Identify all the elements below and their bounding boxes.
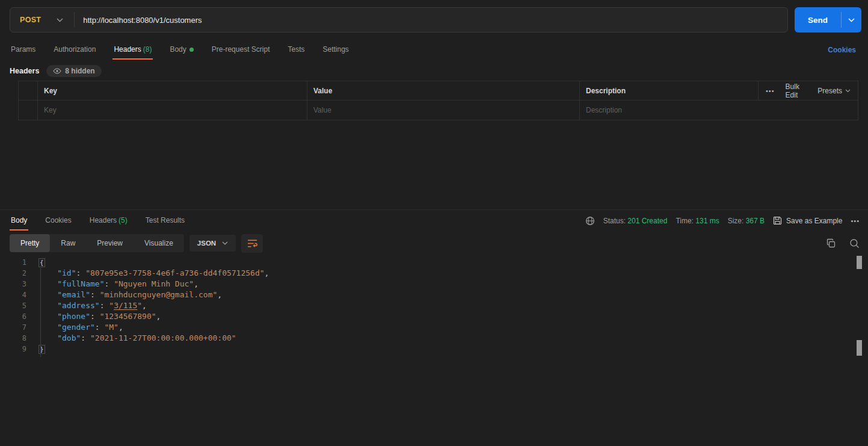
line-number: 7 <box>0 322 26 333</box>
send-button[interactable]: Send <box>795 7 861 33</box>
view-visualize[interactable]: Visualize <box>134 234 184 252</box>
description-input[interactable] <box>586 106 852 114</box>
response-toolbar: Pretty Raw Preview Visualize JSON <box>0 231 868 255</box>
row-select-cell[interactable] <box>19 101 38 120</box>
tab-params[interactable]: Params <box>10 40 37 60</box>
column-header-description: Description <box>580 81 759 100</box>
response-meta: Status: 201 Created Time: 131 ms Size: 3… <box>585 216 860 226</box>
code-token-punc: , <box>194 279 199 288</box>
code-token-brace: } <box>38 345 45 354</box>
tab-settings[interactable]: Settings <box>322 40 350 60</box>
headers-section-bar: Headers 8 hidden <box>0 60 868 81</box>
code-token-str: " <box>137 301 142 310</box>
code-token-punc: , <box>265 268 269 277</box>
code-token-str: "1234567890" <box>100 312 156 321</box>
code-line: 4"email": "minhducnguyen@gmail.com", <box>0 290 868 300</box>
key-input[interactable] <box>44 106 301 114</box>
code-token-str: "2021-11-27T00:00:00.000+00:00" <box>90 333 236 342</box>
format-dropdown[interactable]: JSON <box>189 235 236 252</box>
line-number: 8 <box>0 333 26 344</box>
send-options-button[interactable] <box>842 7 861 33</box>
status-badge[interactable]: Status: 201 Created <box>603 217 668 225</box>
bulk-edit-button[interactable]: Bulk Edit <box>786 82 807 99</box>
tab-authorization[interactable]: Authorization <box>52 40 97 60</box>
size-badge[interactable]: Size: 367 B <box>728 217 765 225</box>
tab-pre-request-script[interactable]: Pre-request Script <box>211 40 271 60</box>
code-token-punc: : <box>100 301 109 310</box>
save-as-example-button[interactable]: Save as Example <box>773 216 842 225</box>
url-input[interactable] <box>75 16 787 25</box>
code-line: 9} <box>0 344 868 355</box>
code-token-key: "id" <box>57 268 76 277</box>
view-preview[interactable]: Preview <box>86 234 134 252</box>
column-header-value: Value <box>307 81 580 100</box>
send-button-label[interactable]: Send <box>795 7 841 33</box>
body-filled-dot <box>189 48 194 52</box>
code-line: 8"dob": "2021-11-27T00:00:00.000+00:00" <box>0 333 868 344</box>
code-line: 3"fullName": "Nguyen Minh Duc", <box>0 279 868 290</box>
code-token-str: "minhducnguyen@gmail.com" <box>100 290 218 299</box>
tab-headers[interactable]: Headers(8) <box>112 40 153 60</box>
line-number: 3 <box>0 279 26 290</box>
code-token-punc: , <box>142 301 147 310</box>
more-actions-icon[interactable]: ••• <box>766 87 775 94</box>
code-line: 5"address": "3/115", <box>0 300 868 311</box>
globe-icon[interactable] <box>585 216 595 226</box>
response-tool-icons <box>826 238 860 249</box>
response-panel: Body Cookies Headers(5) Test Results Sta… <box>0 209 868 446</box>
headers-table: Key Value Description ••• Bulk Edit Pres… <box>18 81 858 120</box>
code-token-key: "dob" <box>57 333 81 342</box>
response-tab-test-results[interactable]: Test Results <box>144 211 186 231</box>
save-icon <box>773 216 782 225</box>
line-number: 2 <box>0 268 26 279</box>
cookies-link[interactable]: Cookies <box>828 46 856 54</box>
line-number: 9 <box>0 344 26 355</box>
headers-table-empty-row <box>19 101 858 120</box>
tab-tests[interactable]: Tests <box>286 40 306 60</box>
hidden-headers-toggle[interactable]: 8 hidden <box>46 65 101 77</box>
view-raw[interactable]: Raw <box>50 234 86 252</box>
line-number: 4 <box>0 290 26 300</box>
code-token-str: " <box>109 301 114 310</box>
presets-dropdown[interactable]: Presets <box>817 87 851 95</box>
line-number: 5 <box>0 300 26 311</box>
code-token-punc: : <box>76 268 86 277</box>
code-token-punc: : <box>104 279 114 288</box>
column-header-key: Key <box>38 81 307 100</box>
code-token-link[interactable]: 3/115 <box>114 301 137 310</box>
scrollbar-thumb[interactable] <box>857 256 862 269</box>
scrollbar-thumb[interactable] <box>857 340 862 356</box>
time-badge[interactable]: Time: 131 ms <box>676 217 719 225</box>
code-token-key: "gender" <box>57 323 95 332</box>
hidden-headers-label: 8 hidden <box>65 67 94 75</box>
code-token-punc: : <box>90 312 100 321</box>
headers-table-header-row: Key Value Description ••• Bulk Edit Pres… <box>19 81 858 101</box>
code-lines: 1{2"id": "807e95e3-7758-4e6f-a736-dd4f05… <box>0 257 868 355</box>
code-token-punc: , <box>156 312 161 321</box>
code-token-punc: : <box>81 333 90 342</box>
value-input[interactable] <box>313 106 573 114</box>
response-tab-cookies[interactable]: Cookies <box>44 211 72 231</box>
response-body-code[interactable]: 1{2"id": "807e95e3-7758-4e6f-a736-dd4f05… <box>0 255 868 355</box>
wrap-text-icon <box>247 239 257 248</box>
response-headers-count: (5) <box>119 216 128 225</box>
code-token-punc: , <box>119 323 123 332</box>
response-tab-body[interactable]: Body <box>10 211 28 231</box>
fold-guide-line <box>40 268 41 357</box>
method-label: POST <box>20 16 41 24</box>
code-token-str: "807e95e3-7758-4e6f-a736-dd4f0571256d" <box>85 268 264 277</box>
search-icon[interactable] <box>849 238 860 249</box>
headers-section-title: Headers <box>10 67 39 75</box>
copy-icon[interactable] <box>826 238 836 249</box>
view-pretty[interactable]: Pretty <box>10 234 50 252</box>
select-all-cell[interactable] <box>19 81 38 100</box>
tab-body[interactable]: Body <box>168 40 194 60</box>
code-line: 2"id": "807e95e3-7758-4e6f-a736-dd4f0571… <box>0 268 868 279</box>
view-switcher: Pretty Raw Preview Visualize <box>10 234 184 252</box>
response-tab-headers[interactable]: Headers(5) <box>88 211 129 231</box>
response-more-actions-icon[interactable]: ••• <box>851 217 860 225</box>
method-selector[interactable]: POST <box>10 16 74 24</box>
code-line: 6"phone": "1234567890", <box>0 311 868 322</box>
wrap-text-button[interactable] <box>241 234 263 253</box>
url-box: POST <box>10 7 788 33</box>
